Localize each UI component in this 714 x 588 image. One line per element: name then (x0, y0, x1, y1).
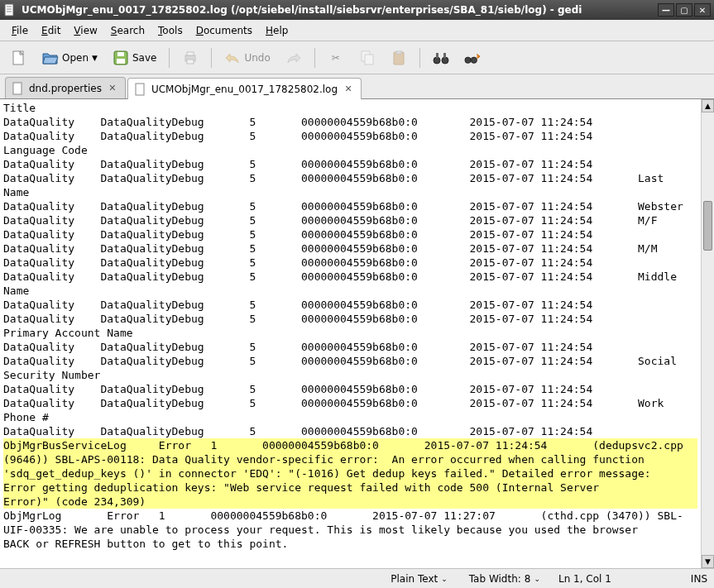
log-line: DataQuality DataQualityDebug 5 000000045… (3, 340, 697, 354)
log-line: ObjMgrBusServiceLog Error 1 00000004559b… (3, 438, 697, 452)
log-line: DataQuality DataQualityDebug 5 000000045… (3, 312, 697, 326)
log-line: DataQuality DataQualityDebug 5 000000045… (3, 396, 697, 410)
log-line: DataQuality DataQualityDebug 5 000000045… (3, 213, 697, 227)
menu-tools[interactable]: Tools (151, 22, 189, 40)
find-button[interactable] (427, 45, 455, 70)
menu-search[interactable]: Search (104, 22, 151, 40)
svg-rect-15 (396, 51, 401, 54)
scroll-down-button[interactable]: ▼ (702, 555, 714, 568)
tab-close-button[interactable]: ✕ (107, 83, 118, 94)
menu-edit[interactable]: Edit (35, 22, 67, 40)
log-line: BACK or REFRESH button to get to this po… (3, 537, 697, 551)
print-button[interactable] (176, 45, 204, 70)
cursor-position: Ln 1, Col 1 (558, 573, 611, 585)
log-line: DataQuality DataQualityDebug 5 000000045… (3, 424, 697, 438)
svg-point-21 (471, 57, 477, 63)
log-line: DataQuality DataQualityDebug 5 000000045… (3, 129, 697, 143)
chevron-down-icon: ▼ (92, 54, 98, 62)
log-line: DataQuality DataQualityDebug 5 000000045… (3, 227, 697, 241)
toolbar-separator (211, 48, 212, 68)
insert-mode: INS (691, 573, 707, 585)
svg-rect-19 (443, 53, 446, 58)
tabwidth-label: Tab Width: (469, 573, 521, 585)
close-button[interactable]: ✕ (694, 3, 711, 17)
log-line: ObjMgrLog Error 1 00000004559b68b0:0 201… (3, 509, 697, 523)
redo-icon (285, 50, 302, 66)
svg-rect-13 (365, 55, 373, 65)
save-button[interactable]: Save (107, 45, 162, 70)
save-label: Save (132, 52, 156, 64)
menu-documents[interactable]: Documents (189, 22, 259, 40)
tab-dnd-properties[interactable]: dnd.properties ✕ (5, 77, 126, 98)
open-button[interactable]: Open ▼ (36, 45, 103, 70)
menu-view[interactable]: View (67, 22, 103, 40)
tabbar: dnd.properties ✕ UCMObjMgr_enu_0017_1782… (0, 74, 714, 99)
log-line: Error getting deduplication keys: "Web s… (3, 480, 697, 495)
new-button[interactable] (5, 45, 33, 70)
binoculars-icon (433, 50, 449, 66)
scroll-thumb[interactable] (703, 201, 712, 251)
toolbar: Open ▼ Save Undo ✂ (0, 41, 714, 74)
menu-file[interactable]: File (5, 22, 35, 40)
scroll-track[interactable] (702, 112, 714, 555)
scroll-up-button[interactable]: ▲ (702, 99, 714, 112)
svg-rect-22 (13, 83, 22, 94)
log-line: DataQuality DataQualityDebug 5 000000045… (3, 157, 697, 171)
svg-point-20 (465, 57, 471, 63)
minimize-button[interactable]: — (658, 3, 674, 17)
syntax-selector[interactable]: Plain Text ⌄ (387, 571, 451, 586)
maximize-button[interactable]: ▢ (676, 3, 692, 17)
log-line: Name (3, 284, 697, 298)
paste-button[interactable] (385, 45, 413, 70)
print-icon (182, 50, 199, 66)
tab-label: UCMObjMgr_enu_0017_17825802.log (151, 84, 338, 95)
open-label: Open (62, 52, 89, 64)
menu-help[interactable]: Help (259, 22, 295, 40)
text-editor[interactable]: TitleDataQuality DataQualityDebug 5 0000… (0, 99, 701, 568)
tabwidth-value: 8 (525, 573, 531, 585)
log-line: DataQuality DataQualityDebug 5 000000045… (3, 171, 697, 185)
log-line: DataQuality DataQualityDebug 5 000000045… (3, 256, 697, 270)
app-icon (3, 3, 17, 17)
syntax-label: Plain Text (391, 573, 438, 585)
log-line: DataQuality DataQualityDebug 5 000000045… (3, 270, 697, 284)
svg-point-17 (442, 57, 448, 64)
log-line: Name (3, 185, 697, 199)
tab-label: dnd.properties (29, 83, 102, 94)
log-line: Title (3, 101, 697, 115)
undo-button[interactable]: Undo (218, 45, 276, 70)
log-line: DataQuality DataQualityDebug 5 000000045… (3, 382, 697, 396)
log-line: UIF-00335: We are unable to process your… (3, 523, 697, 537)
redo-button[interactable] (280, 45, 308, 70)
cut-icon: ✂ (328, 50, 344, 66)
tabwidth-selector[interactable]: Tab Width: 8 ⌄ (466, 571, 544, 586)
menubar: File Edit View Search Tools Documents He… (0, 20, 714, 41)
svg-rect-7 (117, 59, 125, 64)
log-line: Phone # (3, 410, 697, 424)
chevron-down-icon: ⌄ (441, 575, 448, 583)
copy-button[interactable] (353, 45, 381, 70)
new-file-icon (11, 50, 27, 66)
toolbar-separator (314, 48, 315, 68)
copy-icon (359, 50, 376, 66)
vertical-scrollbar[interactable]: ▲ ▼ (701, 99, 714, 568)
log-line: DataQuality DataQualityDebug 5 000000045… (3, 298, 697, 312)
titlebar: UCMObjMgr_enu_0017_17825802.log (/opt/si… (0, 0, 714, 20)
svg-rect-11 (187, 60, 194, 64)
svg-rect-18 (436, 53, 438, 58)
svg-rect-8 (117, 52, 124, 56)
paste-icon (391, 50, 407, 66)
svg-rect-0 (5, 4, 13, 16)
cut-button[interactable]: ✂ (322, 45, 350, 70)
file-icon (12, 82, 24, 95)
find-replace-button[interactable] (458, 45, 486, 70)
editor-area: TitleDataQuality DataQualityDebug 5 0000… (0, 99, 714, 568)
open-folder-icon (42, 50, 59, 66)
svg-rect-10 (187, 52, 194, 55)
log-line: Language Code (3, 143, 697, 157)
undo-icon (224, 50, 241, 66)
undo-label: Undo (244, 52, 270, 64)
tab-logfile[interactable]: UCMObjMgr_enu_0017_17825802.log ✕ (127, 78, 362, 99)
log-line: 'sdq_get_dedup_keys ()' in connector 'ED… (3, 466, 697, 480)
tab-close-button[interactable]: ✕ (343, 84, 354, 95)
